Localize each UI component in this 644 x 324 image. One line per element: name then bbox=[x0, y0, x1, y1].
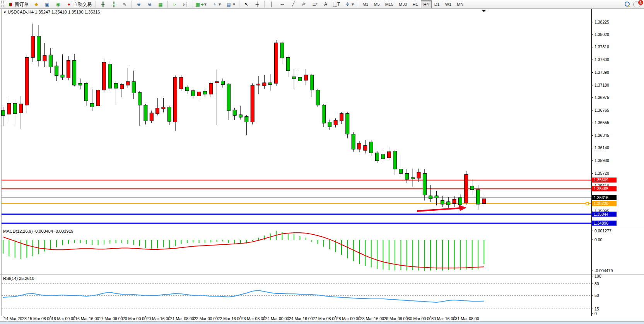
svg-text:22 Mar 16:00: 22 Mar 16:00 bbox=[218, 316, 242, 321]
vertical-line-icon: │ bbox=[268, 1, 275, 7]
tile-windows-button[interactable]: ▦ bbox=[155, 0, 166, 9]
svg-text:1.35465: 1.35465 bbox=[594, 186, 608, 191]
svg-text:1.37810: 1.37810 bbox=[594, 44, 609, 49]
profile-icon: ▣ bbox=[44, 1, 50, 7]
svg-text:28 Mar 16:00: 28 Mar 16:00 bbox=[360, 316, 384, 321]
zoom-out-button[interactable]: ⊖ bbox=[144, 0, 155, 9]
text-label-icon: ⬚T bbox=[333, 1, 340, 7]
svg-text:22 Mar 00:00: 22 Mar 00:00 bbox=[194, 316, 218, 321]
chart-window: 1.382251.380201.378101.376001.373901.371… bbox=[0, 9, 644, 322]
signals-button[interactable]: ◉ bbox=[53, 0, 63, 9]
horizontal-line-tool-button[interactable]: ─ bbox=[277, 0, 288, 9]
svg-text:-0.004479: -0.004479 bbox=[594, 268, 613, 273]
macd-label: MACD(12,26,9) -0.003484 -0.003919 bbox=[3, 229, 73, 234]
zoom-in-button[interactable]: ⊕ bbox=[133, 0, 144, 9]
chart-shift-marker[interactable] bbox=[482, 10, 486, 12]
chart-shift-button[interactable]: ▹┆ bbox=[180, 0, 191, 9]
vertical-line-tool-button[interactable]: │ bbox=[266, 0, 277, 9]
svg-text:1.36975: 1.36975 bbox=[594, 95, 609, 100]
svg-text:15: 15 bbox=[594, 307, 599, 311]
svg-text:80: 80 bbox=[594, 281, 599, 286]
arrows-tool-button[interactable]: ✣▾ bbox=[342, 0, 356, 9]
candle-chart-mode-button[interactable]: ╬ bbox=[108, 0, 119, 9]
svg-text:1.36345: 1.36345 bbox=[594, 133, 609, 138]
chart-canvas[interactable]: 1.382251.380201.378101.376001.373901.371… bbox=[0, 9, 644, 322]
line-chart-mode-button[interactable]: ∿ bbox=[119, 0, 130, 9]
templates-button[interactable]: ▤▾ bbox=[223, 0, 237, 9]
svg-text:15 Mar 08:00: 15 Mar 08:00 bbox=[27, 316, 51, 321]
macd-pane: 0.0012770.00-0.004479 bbox=[3, 229, 613, 273]
crosshair-tool-button[interactable]: ┼ bbox=[252, 0, 263, 9]
tf-m1-button[interactable]: M1 bbox=[360, 0, 371, 8]
new-order-icon: ▮▮ bbox=[7, 1, 14, 7]
tf-m15-button[interactable]: M15 bbox=[383, 0, 396, 8]
line-chart-icon: ∿ bbox=[121, 1, 128, 7]
toolbar-separator bbox=[239, 1, 239, 8]
rsi-label: RSI(14) 35.2610 bbox=[3, 276, 34, 281]
svg-text:28 Mar 00:00: 28 Mar 00:00 bbox=[337, 316, 360, 321]
rsi-line bbox=[3, 290, 484, 302]
toolbar-separator bbox=[193, 1, 193, 8]
tf-h1-button[interactable]: H1 bbox=[410, 0, 421, 8]
auto-scroll-button[interactable]: ▹ bbox=[169, 0, 180, 9]
price-axis[interactable]: 1.382251.380201.378101.376001.373901.371… bbox=[591, 20, 609, 213]
tf-h4-button[interactable]: H4 bbox=[421, 0, 432, 8]
svg-text:0: 0 bbox=[594, 311, 597, 316]
indicators-button[interactable]: ▥＋▾ bbox=[195, 0, 209, 9]
market-watch-icon: ◆ bbox=[33, 1, 39, 7]
auto-scroll-icon: ▹ bbox=[172, 1, 178, 7]
tf-m5-button[interactable]: M5 bbox=[371, 0, 382, 8]
market-watch-button[interactable]: ◆ bbox=[31, 0, 42, 9]
svg-text:1.37180: 1.37180 bbox=[594, 83, 609, 87]
svg-text:17 Mar 08:00: 17 Mar 08:00 bbox=[99, 316, 123, 321]
chart-collapse-icon[interactable]: ▼ bbox=[3, 10, 7, 14]
svg-text:100: 100 bbox=[594, 274, 601, 278]
time-axis[interactable]: 14 Mar 202315 Mar 08:0016 Mar 00:0016 Ma… bbox=[3, 316, 479, 321]
svg-text:1.36140: 1.36140 bbox=[594, 145, 609, 150]
label-tool-button[interactable]: ⬚T bbox=[331, 0, 342, 9]
mt4-terminal-window: ▮▮ 新订单 ◆ ▣ ◉ ● 自动交易 ╫ ╬ ∿ ⊕ ⊖ ▦ ▹ ▹┆ ▥＋▾… bbox=[0, 0, 644, 324]
templates-icon: ▤ bbox=[225, 1, 232, 7]
rsi-pane: 1008050150 bbox=[2, 274, 601, 316]
crosshair-icon: ┼ bbox=[254, 1, 260, 7]
tf-d1-button[interactable]: D1 bbox=[432, 0, 442, 8]
channel-tool-button[interactable]: ⫽E bbox=[299, 0, 309, 9]
macd-signal-line bbox=[3, 233, 484, 268]
search-icon[interactable] bbox=[625, 2, 630, 7]
pane-borders bbox=[0, 9, 644, 316]
tile-windows-icon: ▦ bbox=[157, 1, 164, 7]
bar-chart-icon: ╫ bbox=[100, 1, 106, 7]
toolbar-grip[interactable] bbox=[1, 1, 4, 7]
chat-badge: 1 bbox=[638, 0, 643, 5]
periods-button[interactable]: ◔▾ bbox=[209, 0, 223, 9]
horizontal-line-icon: ─ bbox=[279, 1, 285, 7]
tf-mn-button[interactable]: MN bbox=[454, 0, 466, 8]
cursor-tool-button[interactable]: ↖ bbox=[241, 0, 252, 9]
autotrade-button[interactable]: ● 自动交易 bbox=[63, 0, 94, 9]
svg-text:1.37390: 1.37390 bbox=[594, 70, 609, 75]
svg-text:50: 50 bbox=[594, 293, 599, 298]
svg-text:24 Mar 16:00: 24 Mar 16:00 bbox=[289, 316, 313, 321]
svg-text:1.35720: 1.35720 bbox=[594, 171, 609, 176]
chat-icon[interactable]: 1 bbox=[633, 2, 641, 7]
svg-text:21 Mar 08:00: 21 Mar 08:00 bbox=[170, 316, 194, 321]
svg-text:31 Mar 08:00: 31 Mar 08:00 bbox=[455, 316, 479, 321]
svg-text:16 Mar 16:00: 16 Mar 16:00 bbox=[75, 316, 99, 321]
profile-button[interactable]: ▣ bbox=[42, 0, 53, 9]
tf-w1-button[interactable]: W1 bbox=[442, 0, 454, 8]
svg-text:30 Mar 16:00: 30 Mar 16:00 bbox=[431, 316, 455, 321]
text-tool-button[interactable]: A bbox=[320, 0, 331, 9]
bar-chart-mode-button[interactable]: ╫ bbox=[97, 0, 108, 9]
svg-text:20 Mar 00:00: 20 Mar 00:00 bbox=[123, 316, 147, 321]
red-arrow-object[interactable] bbox=[417, 205, 466, 211]
svg-text:16 Mar 00:00: 16 Mar 00:00 bbox=[51, 316, 75, 321]
toolbar-separator bbox=[96, 1, 96, 8]
fibonacci-tool-button[interactable]: ≣F bbox=[309, 0, 320, 9]
horizontal-lines bbox=[2, 180, 591, 223]
text-tool-icon: A bbox=[323, 1, 329, 7]
signals-icon: ◉ bbox=[55, 1, 61, 7]
trendline-tool-button[interactable]: ╱ bbox=[288, 0, 299, 9]
tf-m30-button[interactable]: M30 bbox=[396, 0, 410, 8]
new-order-button[interactable]: ▮▮ 新订单 bbox=[5, 0, 31, 9]
pivot-line-handle[interactable] bbox=[586, 202, 589, 205]
